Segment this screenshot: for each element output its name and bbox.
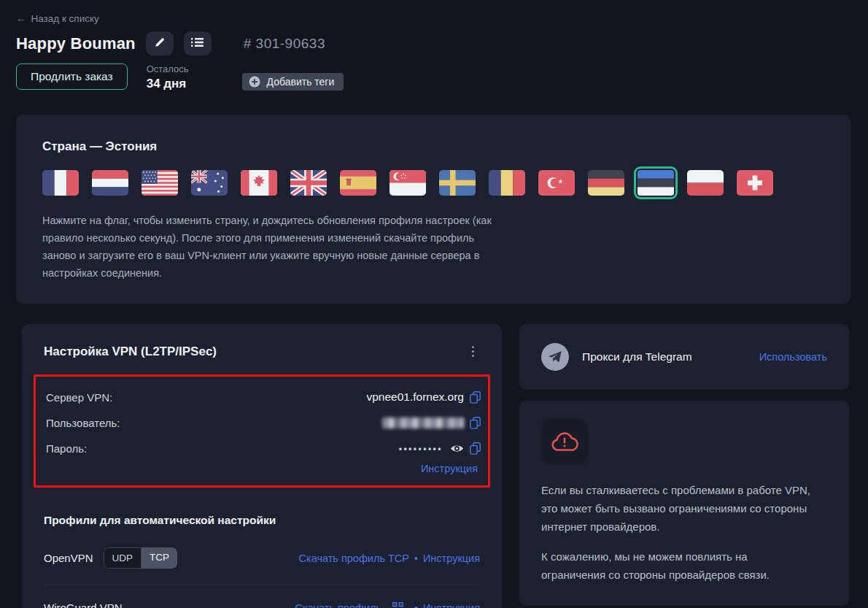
flag-switzerland[interactable] [737,170,773,196]
openvpn-protocol-toggle: UDP TCP [104,547,178,569]
flag-germany[interactable] [588,170,624,196]
password-masked-value: ••••••••• [399,444,443,454]
order-list-button[interactable] [184,31,212,55]
flag-spain[interactable] [340,170,376,196]
openvpn-row: OpenVPN UDP TCP Скачать профиль TCP • Ин… [34,531,490,585]
flag-turkey[interactable] [538,170,575,196]
server-label: Сервер VPN: [46,391,112,404]
openvpn-instruction-link[interactable]: Инструкция [423,553,480,564]
profiles-section-title: Профили для автоматической настройки [44,514,480,527]
country-flags-row [42,170,824,196]
separator-dot: • [414,553,418,564]
add-tags-label: Добавить теги [267,76,335,88]
order-number: # 301-90633 [244,36,325,52]
right-column: Прокси для Telegram Использовать Если вы… [519,324,849,608]
openvpn-download-link[interactable]: Скачать профиль TCP [299,553,409,564]
edit-title-button[interactable] [146,31,174,55]
country-description: Нажмите на флаг, чтобы изменить страну, … [42,212,495,282]
order-page: ← Назад к списку Happy Bouman # 301-9063… [0,0,868,608]
flag-romania[interactable] [489,170,525,196]
flag-usa[interactable] [142,170,178,196]
telegram-proxy-card: Прокси для Telegram Использовать [519,324,849,390]
flag-estonia[interactable] [638,170,674,196]
credentials-highlight-box: Сервер VPN: vpnee01.fornex.org Пользоват… [34,374,490,488]
warning-paragraph-1: Если вы сталкиваетесь с проблемами в раб… [541,481,813,536]
back-arrow-icon: ← [16,13,26,24]
separator-dot: • [414,602,418,608]
tcp-toggle-option[interactable]: TCP [142,547,177,569]
show-password-eye-icon[interactable] [450,444,464,453]
wireguard-download-link[interactable]: Скачать профиль [295,602,381,608]
page-title: Happy Bouman [16,34,136,53]
vpn-warning-card: Если вы сталкиваетесь с проблемами в раб… [519,401,849,606]
server-row: Сервер VPN: vpnee01.fornex.org [46,387,481,413]
flag-australia[interactable] [191,170,228,196]
country-card: Страна — Эстония Нажмите на флаг, чтобы … [16,115,850,304]
flag-canada[interactable] [241,170,277,196]
copy-server-icon[interactable] [470,391,481,404]
copy-password-icon[interactable] [470,442,481,455]
plus-circle-icon [249,76,260,88]
user-row: Пользователь: [46,413,481,439]
back-label: Назад к списку [31,13,99,24]
add-tags-button[interactable]: Добавить теги [242,73,344,91]
country-card-title: Страна — Эстония [42,139,824,154]
wireguard-row: WireGuard VPN Скачать профиль • Инструкц… [34,585,490,608]
openvpn-label: OpenVPN [44,552,93,564]
flag-netherlands[interactable] [92,170,128,196]
vpn-card-title: Настройка VPN (L2TP/IPSec) [44,345,217,359]
header: ← Назад к списку Happy Bouman # 301-9063… [16,12,868,91]
udp-toggle-option[interactable]: UDP [104,547,142,569]
flag-france[interactable] [42,170,79,196]
flag-poland[interactable] [687,170,724,196]
vpn-card-menu-button[interactable] [466,343,480,360]
password-row: Пароль: ••••••••• [46,439,481,459]
flag-uk[interactable] [290,170,327,196]
cloud-alert-icon [541,418,588,465]
renew-order-button[interactable]: Продлить заказ [16,64,128,90]
telegram-use-link[interactable]: Использовать [759,351,827,363]
copy-user-icon[interactable] [470,417,481,429]
warning-paragraph-2: К сожалению, мы не можем повлиять на огр… [541,547,813,584]
vpn-settings-card: Настройка VPN (L2TP/IPSec) Сервер VPN: v… [22,324,502,608]
wireguard-qr-icon[interactable] [392,602,403,608]
remaining-block: Осталось 34 дня [147,64,189,91]
l2tp-instruction-link[interactable]: Инструкция [421,463,478,474]
wireguard-instruction-link[interactable]: Инструкция [423,602,480,608]
flag-singapore[interactable] [390,170,426,196]
password-label: Пароль: [46,442,87,455]
telegram-icon [541,343,569,371]
telegram-proxy-title: Прокси для Telegram [582,350,759,363]
flag-sweden[interactable] [439,170,476,196]
server-value: vpnee01.fornex.org [366,390,464,404]
pencil-icon [154,36,166,51]
list-icon [191,37,204,50]
wireguard-label: WireGuard VPN [44,601,123,608]
remaining-label: Осталось [147,64,189,74]
user-value-blurred [382,417,464,428]
back-to-list-link[interactable]: ← Назад к списку [16,13,99,24]
user-label: Пользователь: [46,417,120,429]
remaining-value: 34 дня [147,77,189,91]
